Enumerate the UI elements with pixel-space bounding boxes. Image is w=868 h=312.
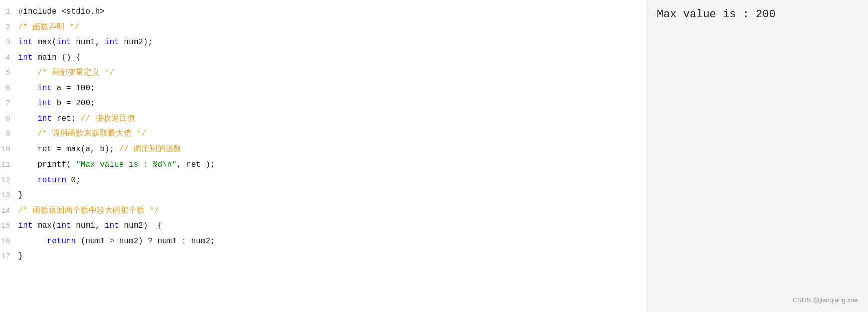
line-content: ret = max(a, b); // 调用别的函数 (18, 142, 646, 157)
output-credit: CSDN @jianqiang.xue (657, 296, 858, 304)
code-token: ret = max(a, b); (18, 145, 119, 154)
code-token: /* 调用函数来获取最大值 */ (18, 129, 146, 138)
code-line: 7 int b = 200; (0, 96, 646, 111)
code-token: num2); (119, 38, 153, 47)
code-editor: 1#include <stdio.h>2/* 函数声明 */3int max(i… (0, 0, 646, 312)
line-number: 10 (0, 143, 18, 158)
code-token: /* 函数返回两个数中较大的那个数 */ (18, 206, 159, 215)
code-line: 2/* 函数声明 */ (0, 20, 646, 35)
line-number: 3 (0, 36, 18, 50)
output-title: Max value is : 200 (657, 8, 858, 21)
code-token: int (37, 114, 52, 123)
code-token: max( (33, 38, 57, 47)
code-line: 4int main () { (0, 50, 646, 66)
code-token: printf( (18, 160, 76, 169)
line-content: printf( "Max value is : %d\n", ret ); (18, 157, 646, 172)
code-token: 0; (66, 176, 81, 185)
code-line: 10 ret = max(a, b); // 调用别的函数 (0, 142, 646, 158)
line-number: 1 (0, 5, 18, 20)
line-number: 16 (0, 235, 18, 249)
code-token: ret; (52, 114, 81, 123)
code-token: // 接收返回值 (81, 114, 135, 123)
line-number: 4 (0, 51, 18, 66)
code-token: max( (33, 221, 57, 230)
code-line: 11 printf( "Max value is : %d\n", ret ); (0, 157, 646, 173)
code-line: 8 int ret; // 接收返回值 (0, 111, 646, 127)
code-token (18, 237, 47, 246)
code-token: return (47, 237, 76, 246)
line-content: } (18, 249, 646, 264)
line-number: 5 (0, 66, 18, 81)
code-line: 12 return 0; (0, 173, 646, 188)
code-token: int (18, 38, 33, 47)
code-token (18, 99, 37, 108)
code-line: 14/* 函数返回两个数中较大的那个数 */ (0, 203, 646, 219)
code-token: num1, (71, 221, 105, 230)
code-token: int (18, 221, 33, 230)
code-token: b = 200; (52, 99, 95, 108)
line-content: return (num1 > num2) ? num1 : num2; (18, 234, 646, 249)
code-line: 1#include <stdio.h> (0, 4, 646, 20)
line-content: return 0; (18, 173, 646, 188)
line-number: 15 (0, 219, 18, 234)
line-content: int max(int num1, int num2) { (18, 218, 646, 233)
line-number: 2 (0, 21, 18, 35)
line-number: 12 (0, 174, 18, 188)
code-token: num2) { (119, 221, 162, 230)
code-token: } (18, 191, 23, 200)
code-token: } (18, 252, 23, 261)
line-number: 6 (0, 82, 18, 96)
code-token (18, 114, 37, 123)
code-token: int (105, 38, 119, 47)
line-number: 17 (0, 250, 18, 264)
code-line: 17} (0, 249, 646, 264)
line-number: 9 (0, 127, 18, 142)
line-content: #include <stdio.h> (18, 4, 646, 19)
line-content: int max(int num1, int num2); (18, 35, 646, 50)
code-token: return (37, 176, 66, 185)
code-token: , ret ); (177, 160, 215, 169)
code-token (18, 176, 37, 185)
code-line: 9 /* 调用函数来获取最大值 */ (0, 126, 646, 142)
line-content: int b = 200; (18, 96, 646, 111)
line-number: 13 (0, 189, 18, 203)
code-line: 13} (0, 188, 646, 203)
code-token: "Max value is : %d\n" (76, 160, 177, 169)
code-token: num1, (71, 38, 105, 47)
code-line: 5 /* 局部变量定义 */ (0, 65, 646, 81)
line-number: 8 (0, 112, 18, 127)
code-token: int (37, 84, 52, 93)
code-line: 15int max(int num1, int num2) { (0, 218, 646, 234)
output-panel: Max value is : 200 CSDN @jianqiang.xue (646, 0, 868, 312)
code-line: 16 return (num1 > num2) ? num1 : num2; (0, 234, 646, 249)
line-content: } (18, 188, 646, 203)
line-number: 7 (0, 97, 18, 111)
code-token: /* 函数声明 */ (18, 23, 79, 32)
code-token: int (37, 99, 52, 108)
code-line: 6 int a = 100; (0, 81, 646, 96)
code-token: int (57, 38, 71, 47)
code-line: 3int max(int num1, int num2); (0, 35, 646, 50)
code-token: int (18, 53, 33, 62)
line-content: /* 局部变量定义 */ (18, 65, 646, 80)
line-number: 14 (0, 204, 18, 219)
line-number: 11 (0, 158, 18, 173)
code-token: main () { (33, 53, 81, 62)
code-token: int (105, 221, 119, 230)
code-token (18, 84, 37, 93)
line-content: int main () { (18, 50, 646, 65)
line-content: int a = 100; (18, 81, 646, 96)
code-token: // 调用别的函数 (119, 145, 182, 154)
line-content: /* 函数返回两个数中较大的那个数 */ (18, 203, 646, 218)
line-content: /* 函数声明 */ (18, 20, 646, 35)
line-content: /* 调用函数来获取最大值 */ (18, 126, 646, 141)
code-token: (num1 > num2) ? num1 : num2; (76, 237, 215, 246)
code-token: int (57, 221, 71, 230)
code-token: /* 局部变量定义 */ (18, 68, 114, 77)
line-content: int ret; // 接收返回值 (18, 111, 646, 126)
code-token: a = 100; (52, 84, 95, 93)
code-token: #include <stdio.h> (18, 7, 105, 16)
